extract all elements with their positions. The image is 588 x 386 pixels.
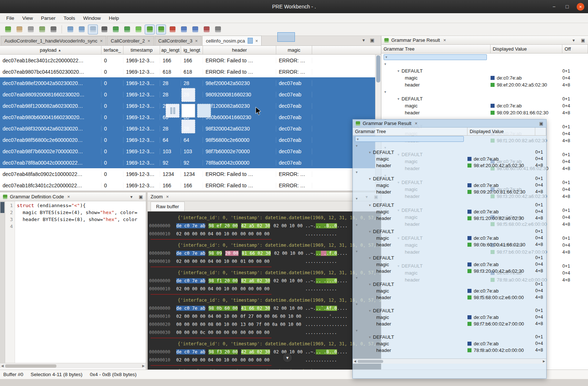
chevron-down-icon[interactable]: ▾ — [384, 90, 386, 94]
chevron-down-icon[interactable]: ▾ — [356, 196, 358, 201]
zoom-panel-close-icon[interactable]: × — [166, 194, 169, 199]
chevron-down-icon[interactable]: ▾ — [356, 249, 358, 253]
parse-panel-float-icon[interactable]: ▣ — [581, 38, 585, 43]
hex-line[interactable]: 0000003000 00 00 0c 00 00 00 0000 00 00 … — [149, 328, 381, 337]
chevron-down-icon[interactable]: ▾ — [369, 150, 371, 154]
menu-view[interactable]: View — [18, 14, 37, 22]
parse-panel-header[interactable]: Grammar Parse Result × ▾ ▣ — [381, 36, 588, 45]
hex-line[interactable]: 00000000de c0 7e ab98 0920 0081 66 02 30… — [149, 249, 381, 257]
menu-help[interactable]: Help — [105, 14, 123, 22]
tree-row-header[interactable]: header98:ef:20:00:42:a5:02:304+8 — [353, 162, 546, 169]
tree-row-item[interactable]: ▾ — [353, 221, 546, 228]
parse-tree-button[interactable] — [156, 25, 166, 34]
tree-row-magic[interactable]: magicde:c0:7e:ab0+4 — [353, 182, 546, 188]
tree-row-header[interactable]: header98:f5:68:00:c2:e6:00:004+8 — [353, 294, 546, 301]
tree-row-header[interactable]: header98:ef:20:00:42:a5:02:304+8 — [381, 81, 588, 88]
monitor-button[interactable] — [190, 25, 200, 34]
zoom-panel-header[interactable]: Zoom × ▾ ▣ — [148, 192, 381, 201]
tree-row-header[interactable]: header98:0b:60:00:41:66:02:304+8 — [353, 241, 546, 248]
ghost-panel-float-icon[interactable]: ▣ — [539, 121, 543, 126]
tab-callcontroller-2[interactable]: CallController_2× — [107, 36, 154, 45]
tab-close-icon[interactable]: × — [255, 38, 258, 44]
save-button[interactable] — [26, 25, 36, 34]
tree-row-item[interactable]: ▾ — [353, 274, 546, 281]
scroll-left-icon[interactable]: ◀ — [1, 364, 4, 368]
tree-row-magic[interactable]: magicde:c0:7e:ab0+4 — [381, 102, 588, 109]
chevron-down-icon[interactable]: ▾ — [356, 302, 358, 306]
grammar-definition-chevron-icon[interactable]: ▾ — [130, 194, 133, 199]
paste-button[interactable] — [14, 25, 24, 34]
hex-line[interactable]: 00000000de c0 7e ab98 f3 20 0042 a6 02 3… — [149, 348, 381, 356]
column-header-payload[interactable]: payload▲ — [0, 46, 101, 54]
code-hscrollbar[interactable]: ◀ ▶ — [0, 363, 146, 368]
tree-row-magic[interactable]: magicde:c0:7e:ab0+4 — [353, 314, 546, 320]
chevron-down-icon[interactable]: ▾ — [369, 335, 371, 339]
tab-callcontroller-3[interactable]: CallController_3× — [155, 36, 201, 45]
ghost-panel-close-icon[interactable]: × — [415, 121, 418, 126]
menu-tools[interactable]: Tools — [60, 14, 79, 22]
parse-grammar-button[interactable] — [145, 25, 155, 34]
ghost-column-displayed-value[interactable]: Displayed Value — [467, 128, 535, 135]
hex-line[interactable]: 0000002000 00 00 00 08 00 10 0013 00 7f … — [149, 320, 381, 328]
chevron-down-icon[interactable]: ▾ — [369, 282, 371, 286]
wand-button[interactable] — [3, 25, 13, 34]
dock-guide-top[interactable] — [181, 88, 195, 102]
tab-close-icon[interactable]: × — [195, 38, 198, 44]
search-button[interactable] — [213, 25, 223, 34]
tab-audiocontroller-1-handlevocoderinfo-sync[interactable]: AudioController_1_handleVocoderInfo_sync… — [1, 36, 106, 45]
packet-table-header[interactable]: payload▲terface_timestampap_lengtig_leng… — [0, 46, 381, 55]
grammar-definition-float-icon[interactable]: ▣ — [139, 194, 143, 199]
column-header-ap-lengt[interactable]: ap_lengt — [160, 46, 181, 54]
code-editor[interactable]: struct (endianness="<"){ magic BYTES(siz… — [15, 201, 146, 363]
scroll-right-icon[interactable]: ▶ — [142, 364, 145, 368]
tree-row-item[interactable]: ▾ — [353, 301, 546, 307]
tree-row-header[interactable]: header98:f3:20:00:42:a6:02:304+8 — [353, 268, 546, 274]
tab-close-icon[interactable]: × — [148, 38, 151, 44]
chevron-down-icon[interactable]: ▾ — [356, 328, 358, 332]
tree-row-magic[interactable]: magicde:c0:7e:ab0+4 — [353, 208, 546, 215]
minimize-icon[interactable]: − — [550, 4, 558, 10]
grammar-definition-header[interactable]: Grammar Definition Code × ▾ ▣ — [0, 192, 146, 201]
screenshot-button[interactable] — [111, 25, 121, 34]
tree-row-default[interactable]: ▾DEFAULT0+1 — [353, 254, 546, 261]
chevron-down-icon[interactable]: ▾ — [397, 69, 399, 73]
chevron-down-icon[interactable]: ▾ — [356, 276, 358, 280]
hex-line[interactable]: 0000001002 00 00 00 04 00 10 000f 27 00 … — [149, 312, 381, 320]
column-grammar-tree[interactable]: Grammar Tree — [381, 45, 491, 53]
chevron-down-icon[interactable]: ▾ — [356, 144, 358, 148]
chevron-down-icon[interactable]: ▾ — [357, 137, 359, 141]
menu-file[interactable]: File — [2, 14, 18, 22]
tree-row-default[interactable]: ▾DEFAULT0+1 — [381, 95, 588, 102]
chevron-down-icon[interactable]: ▾ — [369, 229, 371, 234]
table-row[interactable]: dec07eab78f8a00042c00000022…01969-12-3…9… — [0, 157, 381, 168]
tree-row-default[interactable]: ▾DEFAULT0+1 — [381, 67, 588, 74]
ghost-scroll-right-icon[interactable]: ▶ — [543, 360, 545, 363]
hex-line[interactable]: 00000000de c0 7e ab98 f1 20 0082 a6 02 3… — [149, 277, 381, 285]
table-row[interactable]: dec07eab18ec3401c2c20000022…01969-12-3…1… — [0, 55, 381, 66]
grammar-definition-close-icon[interactable]: × — [67, 194, 70, 199]
close-icon[interactable]: × — [577, 3, 584, 11]
ghost-column-offset[interactable] — [535, 128, 546, 135]
dock-guide-center[interactable] — [181, 104, 195, 118]
tree-row-item[interactable]: ▾ — [353, 169, 546, 175]
parse-panel-close-icon[interactable]: × — [443, 37, 446, 43]
tree-row-default[interactable]: ▾DEFAULT0+1 — [353, 334, 546, 340]
tree-row-root-selected[interactable]: ▾ — [353, 136, 546, 142]
import-button[interactable] — [37, 25, 47, 34]
chevron-down-icon[interactable]: ▾ — [369, 177, 371, 181]
print-button[interactable] — [77, 25, 86, 34]
ghost-panel-header[interactable]: Grammar Parse Result × ▣ — [353, 120, 546, 128]
code-overview-strip[interactable] — [0, 201, 5, 363]
tree-row-magic[interactable]: magicde:c0:7e:ab0+4 — [353, 155, 546, 162]
chevron-down-icon[interactable]: ▾ — [369, 256, 371, 260]
tree-row-default[interactable]: ▾DEFAULT0+1 — [353, 149, 546, 155]
table-row[interactable]: dec07eab98ef200042a50230020…01969-12-3…2… — [0, 77, 381, 89]
tab-close-icon[interactable]: × — [100, 38, 103, 44]
tree-row-header[interactable]: header98:f7:b6:00:02:e7:00:004+8 — [353, 320, 546, 327]
tab-list-chevron-icon[interactable]: ▾ — [362, 37, 365, 43]
tree-row-item[interactable]: ▾ — [381, 88, 588, 95]
preview-button[interactable] — [88, 25, 98, 34]
column-offset[interactable]: Off — [562, 45, 588, 53]
chevron-down-icon[interactable]: ▾ — [384, 62, 386, 66]
hex-line[interactable]: 0000001002 00 00 00 04 00 10 0000 00 00 … — [149, 230, 381, 238]
